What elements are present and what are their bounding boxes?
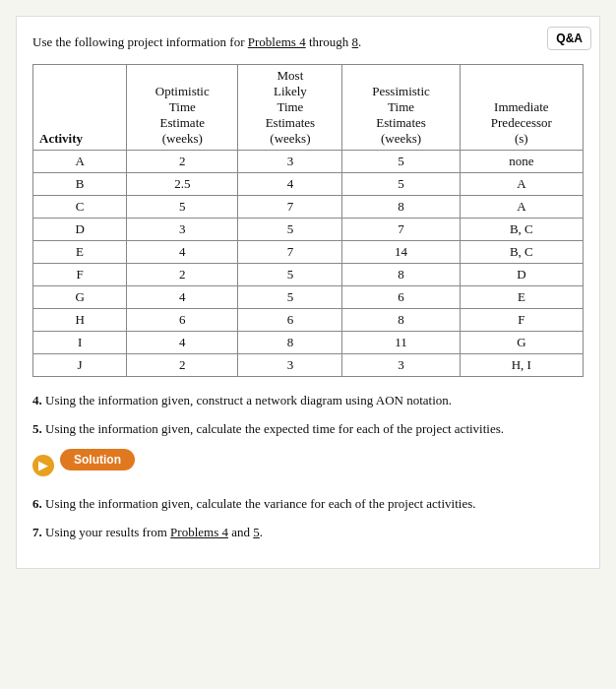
problem-7-before: Using your results from <box>45 525 170 539</box>
intro-before-link: Use the following project information fo… <box>32 34 245 49</box>
cell-pessimistic: 8 <box>342 195 460 218</box>
cell-pessimistic: 6 <box>342 285 460 308</box>
cell-pessimistic: 14 <box>342 240 460 263</box>
solution-button[interactable]: Solution <box>60 449 135 470</box>
table-row: E4714B, C <box>33 240 584 263</box>
cell-optimistic: 2.5 <box>127 172 238 195</box>
cell-activity: A <box>33 150 127 172</box>
intro-through: through <box>309 34 348 49</box>
problem-5-content: Using the information given, calculate t… <box>45 421 504 436</box>
problem-5-number: 5. <box>32 421 42 436</box>
cell-activity: H <box>33 308 127 331</box>
problem-7-and: and <box>231 525 253 539</box>
cell-optimistic: 5 <box>127 195 238 218</box>
cell-optimistic: 2 <box>127 353 238 376</box>
problem-7-number: 7. <box>32 525 42 539</box>
cell-optimistic: 4 <box>127 240 238 263</box>
col-header-activity: Activity <box>33 64 127 150</box>
cell-activity: E <box>33 240 127 263</box>
table-row: H668F <box>33 308 584 331</box>
problem-4-number: 4. <box>32 393 42 407</box>
cell-optimistic: 2 <box>127 263 238 285</box>
problem-4-content: Using the information given, construct a… <box>45 393 452 407</box>
solution-arrow-icon: ▶ <box>32 455 54 476</box>
cell-predecessor: none <box>460 150 583 172</box>
problem-6-text: 6. Using the information given, calculat… <box>32 494 584 514</box>
cell-predecessor: A <box>460 172 583 195</box>
table-row: B2.545A <box>33 172 584 195</box>
project-table: Activity OptimisticTimeEstimate(weeks) M… <box>32 64 584 377</box>
cell-most_likely: 3 <box>238 150 342 172</box>
col-header-immediate: ImmediatePredecessor(s) <box>460 64 583 150</box>
cell-most_likely: 7 <box>238 195 342 218</box>
cell-most_likely: 5 <box>238 285 342 308</box>
cell-most_likely: 4 <box>238 172 342 195</box>
cell-predecessor: H, I <box>460 353 583 376</box>
problem-4-text: 4. Using the information given, construc… <box>32 391 584 410</box>
cell-pessimistic: 8 <box>342 308 460 331</box>
cell-optimistic: 4 <box>127 331 238 353</box>
cell-activity: D <box>33 218 127 240</box>
cell-activity: I <box>33 331 127 353</box>
cell-activity: B <box>33 172 127 195</box>
cell-predecessor: B, C <box>460 240 583 263</box>
cell-activity: J <box>33 353 127 376</box>
col-header-pessimistic: PessimisticTimeEstimates(weeks) <box>342 64 460 150</box>
table-row: I4811G <box>33 331 584 353</box>
cell-activity: G <box>33 285 127 308</box>
cell-activity: F <box>33 263 127 285</box>
cell-activity: C <box>33 195 127 218</box>
cell-optimistic: 6 <box>127 308 238 331</box>
problem-7-link1[interactable]: Problems 4 <box>170 525 228 539</box>
cell-predecessor: B, C <box>460 218 583 240</box>
problem-7-text: 7. Using your results from Problems 4 an… <box>32 523 584 542</box>
qa-button[interactable]: Q&A <box>547 27 591 50</box>
cell-most_likely: 5 <box>238 218 342 240</box>
problem-6-number: 6. <box>32 496 42 511</box>
cell-most_likely: 8 <box>238 331 342 353</box>
problem-5-text: 5. Using the information given, calculat… <box>32 419 584 439</box>
cell-pessimistic: 7 <box>342 218 460 240</box>
table-row: J233H, I <box>33 353 584 376</box>
table-row: C578A <box>33 195 584 218</box>
cell-pessimistic: 11 <box>342 331 460 353</box>
table-row: F258D <box>33 263 584 285</box>
cell-optimistic: 4 <box>127 285 238 308</box>
cell-pessimistic: 5 <box>342 150 460 172</box>
problem-6-content: Using the information given, calculate t… <box>45 496 476 511</box>
intro-text: Use the following project information fo… <box>32 32 584 52</box>
page-container: Q&A Use the following project informatio… <box>16 16 600 569</box>
cell-most_likely: 6 <box>238 308 342 331</box>
table-row: A235none <box>33 150 584 172</box>
cell-predecessor: A <box>460 195 583 218</box>
cell-optimistic: 3 <box>127 218 238 240</box>
cell-pessimistic: 5 <box>342 172 460 195</box>
table-row: D357B, C <box>33 218 584 240</box>
cell-predecessor: D <box>460 263 583 285</box>
cell-predecessor: F <box>460 308 583 331</box>
cell-pessimistic: 3 <box>342 353 460 376</box>
solution-label: Solution <box>74 453 121 467</box>
cell-predecessor: G <box>460 331 583 353</box>
cell-optimistic: 2 <box>127 150 238 172</box>
cell-pessimistic: 8 <box>342 263 460 285</box>
problem-7-period: . <box>260 525 263 539</box>
cell-most_likely: 7 <box>238 240 342 263</box>
col-header-optimistic: OptimisticTimeEstimate(weeks) <box>127 64 238 150</box>
solution-wrapper: ▶ Solution <box>32 449 584 482</box>
table-row: G456E <box>33 285 584 308</box>
col-header-most-likely: MostLikelyTimeEstimates(weeks) <box>238 64 342 150</box>
cell-predecessor: E <box>460 285 583 308</box>
problems-4-link[interactable]: Problems 4 <box>248 34 306 49</box>
cell-most_likely: 3 <box>238 353 342 376</box>
cell-most_likely: 5 <box>238 263 342 285</box>
